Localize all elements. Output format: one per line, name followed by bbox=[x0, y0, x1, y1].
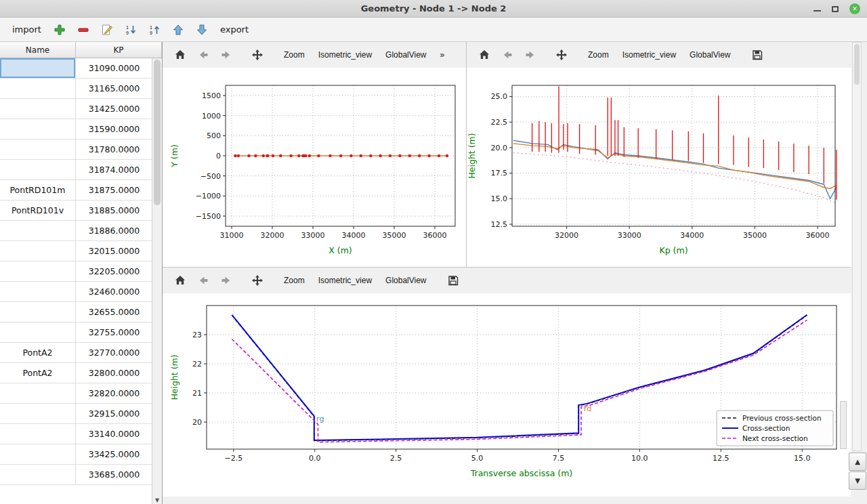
sort-ascending-button[interactable] bbox=[145, 20, 164, 39]
forward-button[interactable] bbox=[520, 45, 541, 64]
edit-button[interactable] bbox=[98, 20, 117, 39]
name-cell[interactable] bbox=[0, 58, 76, 78]
name-cell[interactable] bbox=[0, 444, 76, 464]
kp-cell[interactable]: 32820.0000 bbox=[76, 383, 152, 403]
kp-cell[interactable]: 32770.0000 bbox=[76, 343, 152, 362]
pan-button[interactable] bbox=[247, 45, 268, 64]
kp-cell[interactable]: 32915.0000 bbox=[76, 404, 152, 423]
scroll-up-button[interactable]: ▲ bbox=[849, 453, 866, 471]
name-cell[interactable] bbox=[0, 160, 76, 180]
svg-text:Transverse abscissa (m): Transverse abscissa (m) bbox=[470, 468, 572, 478]
minimize-icon[interactable] bbox=[813, 10, 821, 12]
name-cell[interactable] bbox=[0, 302, 76, 322]
name-cell[interactable] bbox=[0, 241, 76, 261]
home-button[interactable] bbox=[169, 45, 191, 64]
kp-cell[interactable]: 31090.0000 bbox=[76, 58, 152, 78]
kp-cell[interactable]: 31874.0000 bbox=[76, 160, 152, 180]
name-cell[interactable] bbox=[0, 140, 76, 159]
forward-button[interactable] bbox=[215, 271, 237, 290]
kp-cell[interactable]: 32800.0000 bbox=[76, 363, 152, 383]
plan-view-chart[interactable]: 310003200033000340003500036000−1500−1000… bbox=[163, 68, 466, 267]
add-button[interactable] bbox=[50, 20, 69, 39]
home-button[interactable] bbox=[169, 271, 191, 290]
isometric-view-button[interactable]: Isometric_view bbox=[312, 45, 378, 64]
name-cell[interactable]: PontA2 bbox=[0, 363, 76, 383]
name-cell[interactable] bbox=[0, 99, 76, 119]
remove-button[interactable] bbox=[74, 20, 93, 39]
import-button[interactable]: import bbox=[8, 22, 45, 37]
save-button[interactable] bbox=[442, 271, 464, 290]
kp-cell[interactable]: 31886.0000 bbox=[76, 221, 152, 240]
toolbar-overflow-button[interactable]: » bbox=[434, 45, 451, 64]
cross-section-chart[interactable]: −2.50.02.55.07.510.012.515.020212223Tran… bbox=[163, 293, 851, 497]
zoom-button[interactable]: Zoom bbox=[278, 271, 311, 290]
kp-cell[interactable]: 31780.0000 bbox=[76, 140, 152, 159]
pan-button[interactable] bbox=[247, 271, 268, 290]
move-up-button[interactable] bbox=[169, 20, 188, 39]
sort-descending-button[interactable] bbox=[121, 20, 140, 39]
kp-cell[interactable]: 31590.0000 bbox=[76, 119, 152, 139]
name-cell[interactable] bbox=[0, 282, 76, 301]
zoom-button[interactable]: Zoom bbox=[278, 45, 311, 64]
global-view-button[interactable]: GlobalView bbox=[379, 45, 432, 64]
name-cell[interactable] bbox=[0, 404, 76, 423]
scroll-down-icon[interactable]: ▼ bbox=[152, 497, 162, 503]
zoom-button[interactable]: Zoom bbox=[582, 45, 615, 64]
name-cell[interactable]: PontA2 bbox=[0, 343, 76, 362]
main-vertical-scrollbar[interactable] bbox=[852, 42, 862, 451]
kp-cell[interactable]: 33425.0000 bbox=[76, 444, 152, 464]
kp-cell[interactable]: 31875.0000 bbox=[76, 180, 152, 200]
isometric-view-button[interactable]: Isometric_view bbox=[616, 45, 682, 64]
name-cell[interactable] bbox=[0, 221, 76, 240]
table-scrollbar-thumb[interactable] bbox=[154, 60, 161, 205]
scroll-down-button[interactable]: ▼ bbox=[849, 471, 866, 490]
move-down-button[interactable] bbox=[192, 20, 211, 39]
name-cell[interactable] bbox=[0, 119, 76, 139]
kp-cell[interactable]: 33685.0000 bbox=[76, 465, 152, 484]
kp-cell[interactable]: 31885.0000 bbox=[76, 201, 152, 220]
long-profile-chart[interactable]: 320003300034000350003600012.515.017.520.… bbox=[467, 68, 851, 267]
name-cell[interactable]: PontRD101m bbox=[0, 180, 76, 200]
cross-section-mini-scrollbar[interactable] bbox=[840, 401, 847, 449]
kp-cell[interactable]: 32655.0000 bbox=[76, 302, 152, 322]
column-header-name[interactable]: Name bbox=[0, 42, 76, 58]
kp-cell[interactable]: 31425.0000 bbox=[76, 99, 152, 119]
save-button[interactable] bbox=[746, 45, 768, 64]
svg-text:10.0: 10.0 bbox=[631, 454, 648, 463]
edit-pencil-icon bbox=[101, 24, 113, 36]
column-header-kp[interactable]: KP bbox=[76, 42, 162, 58]
global-view-button[interactable]: GlobalView bbox=[683, 45, 736, 64]
table-row: PontRD101m31875.0000 bbox=[0, 180, 152, 201]
forward-button[interactable] bbox=[215, 45, 237, 64]
kp-cell[interactable]: 32460.0000 bbox=[76, 282, 152, 301]
name-cell[interactable] bbox=[0, 322, 76, 342]
kp-cell[interactable]: 32755.0000 bbox=[76, 322, 152, 342]
global-view-button[interactable]: GlobalView bbox=[379, 271, 432, 290]
export-button[interactable]: export bbox=[216, 22, 253, 37]
pan-button[interactable] bbox=[551, 45, 572, 64]
back-button[interactable] bbox=[192, 45, 214, 64]
kp-cell[interactable]: 31165.0000 bbox=[76, 79, 152, 98]
table-row: 31780.0000 bbox=[0, 140, 152, 160]
main-scrollbar-thumb[interactable] bbox=[854, 44, 860, 85]
name-cell[interactable] bbox=[0, 383, 76, 403]
home-button[interactable] bbox=[473, 45, 495, 64]
table-scrollbar[interactable]: ▼ bbox=[152, 58, 162, 504]
kp-cell[interactable]: 32205.0000 bbox=[76, 261, 152, 281]
back-button[interactable] bbox=[496, 45, 518, 64]
close-icon[interactable]: ✕ bbox=[849, 3, 860, 14]
kp-cell[interactable]: 32015.0000 bbox=[76, 241, 152, 261]
name-cell[interactable] bbox=[0, 424, 76, 444]
kp-cell[interactable]: 33140.0000 bbox=[76, 424, 152, 444]
name-cell[interactable] bbox=[0, 465, 76, 484]
svg-text:0: 0 bbox=[216, 152, 221, 161]
isometric-view-button[interactable]: Isometric_view bbox=[312, 271, 378, 290]
back-button[interactable] bbox=[192, 271, 214, 290]
maximize-icon[interactable] bbox=[832, 6, 839, 12]
name-cell[interactable] bbox=[0, 261, 76, 281]
name-cell[interactable] bbox=[0, 79, 76, 98]
svg-text:2.5: 2.5 bbox=[390, 454, 402, 463]
up-triangle-icon: ▲ bbox=[855, 458, 860, 465]
svg-text:15.0: 15.0 bbox=[794, 454, 811, 463]
name-cell[interactable]: PontRD101v bbox=[0, 201, 76, 220]
